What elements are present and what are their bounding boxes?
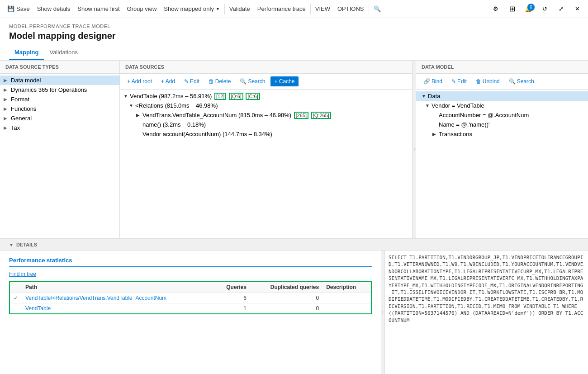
office-icon-button[interactable]: ⊞ bbox=[505, 2, 519, 16]
datasource-toolbar: + Add root + Add ✎ Edit 🗑 Delete 🔍 Searc… bbox=[120, 74, 412, 90]
chevron-icon: ▶ bbox=[4, 78, 9, 83]
tab-mapping[interactable]: Mapping bbox=[9, 45, 44, 60]
search-model-button[interactable]: 🔍 Search bbox=[505, 76, 538, 86]
badge-q6: [Q:6] bbox=[229, 93, 243, 100]
refresh-button[interactable]: ↺ bbox=[537, 2, 552, 16]
chevron-down-icon: ▼ bbox=[216, 7, 220, 11]
details-content: Performance statistics Find in tree Path… bbox=[0, 251, 588, 374]
row-description bbox=[322, 293, 371, 303]
show-name-first-button[interactable]: Show name first bbox=[74, 0, 123, 18]
table-row[interactable]: ✓ VendTable/<Relations/VendTrans.VendTab… bbox=[9, 293, 371, 303]
close-button[interactable]: ✕ bbox=[570, 2, 584, 16]
tab-validations[interactable]: Validations bbox=[44, 45, 83, 60]
col-queries: Queries bbox=[214, 281, 250, 293]
validate-button[interactable]: Validate bbox=[226, 0, 254, 18]
ds-vendtrans-row[interactable]: ▶ VendTrans.VendTable_AccountNum (815.0m… bbox=[120, 110, 412, 120]
data-source-types-header: DATA SOURCE TYPES bbox=[0, 61, 119, 74]
datasource-type-tax[interactable]: ▶ Tax bbox=[0, 123, 119, 133]
add-button[interactable]: + Add bbox=[157, 76, 179, 86]
perf-statistics-tab[interactable]: Performance statistics bbox=[9, 254, 372, 267]
chevron-icon: ▶ bbox=[4, 97, 9, 102]
no-chevron bbox=[432, 113, 439, 118]
drag-handle-details[interactable]: ⋮ bbox=[381, 251, 384, 374]
edit-ds-button[interactable]: ✎ Edit bbox=[180, 76, 203, 86]
cache-button[interactable]: + Cache bbox=[270, 76, 298, 86]
ds-item-text: VendTable (987.2ms – 56.91%) [12] [Q:6] … bbox=[130, 93, 260, 99]
datasource-type-label: Tax bbox=[11, 124, 20, 131]
row-queries: 1 bbox=[214, 303, 250, 314]
save-button[interactable]: 💾 Save bbox=[4, 0, 33, 18]
ds-item-text: name() (3.2ms – 0.18%) bbox=[142, 121, 206, 128]
datasource-type-data-model[interactable]: ▶ Data model bbox=[0, 76, 119, 85]
edit-icon: ✎ bbox=[184, 78, 189, 85]
separator-2 bbox=[310, 4, 311, 14]
dm-data-row[interactable]: ▼ Data bbox=[416, 91, 588, 101]
ds-name-row[interactable]: name() (3.2ms – 0.18%) bbox=[120, 120, 412, 129]
datasource-type-functions[interactable]: ▶ Functions bbox=[0, 104, 119, 114]
ds-item-text: Vendor account(AccountNum) (144.7ms – 8.… bbox=[142, 131, 272, 137]
bind-icon: 🔗 bbox=[423, 78, 430, 85]
search-top-button[interactable]: 🔍 bbox=[370, 0, 384, 18]
unbind-icon: 🗑 bbox=[476, 78, 481, 85]
data-model-header: DATA MODEL bbox=[416, 61, 588, 74]
row-check bbox=[9, 303, 22, 314]
dm-transactions-row[interactable]: ▶ Transactions bbox=[416, 129, 588, 139]
drag-handle-middle[interactable]: ⋮ bbox=[413, 61, 416, 238]
datasource-type-label: Functions bbox=[11, 105, 36, 112]
show-details-button[interactable]: Show details bbox=[33, 0, 74, 18]
col-duplicated: Duplicated queries bbox=[250, 281, 322, 293]
dm-name-row[interactable]: Name = @.'name()' bbox=[416, 120, 588, 129]
dm-accountnumber-row[interactable]: AccountNumber = @.AccountNum bbox=[416, 110, 588, 120]
dm-item-label: Transactions bbox=[439, 131, 472, 137]
datasource-type-label: General bbox=[11, 115, 32, 122]
datasource-type-general[interactable]: ▶ General bbox=[0, 114, 119, 123]
delete-icon: 🗑 bbox=[209, 78, 214, 85]
edit-model-icon: ✎ bbox=[451, 78, 456, 85]
main-content: MODEL PERFORMANCE TRACE MODEL Model mapp… bbox=[0, 18, 588, 374]
expand-button[interactable]: ⤢ bbox=[554, 2, 568, 16]
find-in-tree-link[interactable]: Find in tree bbox=[9, 271, 372, 277]
search-ds-button[interactable]: 🔍 Search bbox=[236, 76, 269, 86]
page-header: MODEL PERFORMANCE TRACE MODEL Model mapp… bbox=[0, 18, 588, 45]
delete-ds-button[interactable]: 🗑 Delete bbox=[205, 76, 235, 86]
badge-12: [12] bbox=[214, 93, 226, 100]
chevron-right-icon: ▶ bbox=[432, 132, 439, 137]
datasource-type-label: Data model bbox=[11, 77, 41, 84]
notifications-button[interactable]: 🔔 0 bbox=[521, 2, 536, 16]
ds-item-text: <Relations (815.0ms – 46.98%) bbox=[135, 102, 218, 109]
row-path[interactable]: VendTable/<Relations/VendTrans.VendTable… bbox=[22, 293, 214, 303]
datasource-type-format[interactable]: ▶ Format bbox=[0, 95, 119, 104]
table-row[interactable]: VendTable 1 0 bbox=[9, 303, 371, 314]
row-path[interactable]: VendTable bbox=[22, 303, 214, 314]
main-toolbar: 💾 Save Show details Show name first Grou… bbox=[0, 0, 588, 18]
show-mapped-only-button[interactable]: Show mapped only ▼ bbox=[160, 0, 223, 18]
dm-vendor-row[interactable]: ▼ Vendor = VendTable bbox=[416, 101, 588, 110]
row-queries: 6 bbox=[214, 293, 250, 303]
performance-trace-button[interactable]: Performance trace bbox=[254, 0, 309, 18]
ds-vendtable-row[interactable]: ▼ VendTable (987.2ms – 56.91%) [12] [Q:6… bbox=[120, 91, 412, 101]
data-model-panel: DATA MODEL 🔗 Bind ✎ Edit 🗑 Unbind bbox=[416, 61, 588, 238]
performance-table: Path Queries Duplicated queries Descript… bbox=[9, 281, 372, 314]
group-view-button[interactable]: Group view bbox=[123, 0, 161, 18]
add-root-button[interactable]: + Add root bbox=[123, 76, 156, 86]
dm-item-label: Vendor = VendTable bbox=[432, 102, 484, 109]
col-path: Path bbox=[22, 281, 214, 293]
chevron-icon: ▶ bbox=[4, 87, 9, 92]
view-button[interactable]: VIEW bbox=[312, 0, 334, 18]
settings-icon-button[interactable]: ⚙ bbox=[488, 2, 503, 16]
ds-relations-row[interactable]: ▼ <Relations (815.0ms – 46.98%) bbox=[120, 101, 412, 110]
unbind-button[interactable]: 🗑 Unbind bbox=[472, 76, 503, 86]
edit-model-button[interactable]: ✎ Edit bbox=[448, 76, 470, 86]
ds-vendor-account-row[interactable]: Vendor account(AccountNum) (144.7ms – 8.… bbox=[120, 129, 412, 139]
details-chevron-icon[interactable]: ▼ bbox=[9, 242, 14, 247]
chevron-down-icon: ▼ bbox=[123, 94, 130, 99]
search-top-icon: 🔍 bbox=[374, 5, 381, 12]
dm-item-label: Name = @.'name()' bbox=[439, 121, 489, 128]
datasource-type-d365-operations[interactable]: ▶ Dynamics 365 for Operations bbox=[0, 85, 119, 95]
page-title: Model mapping designer bbox=[9, 31, 579, 41]
row-description bbox=[322, 303, 371, 314]
options-button[interactable]: OPTIONS bbox=[334, 0, 368, 18]
datasource-tree: ▼ VendTable (987.2ms – 56.91%) [12] [Q:6… bbox=[120, 90, 412, 238]
chevron-down-icon: ▼ bbox=[422, 94, 428, 99]
bind-button[interactable]: 🔗 Bind bbox=[420, 76, 446, 86]
